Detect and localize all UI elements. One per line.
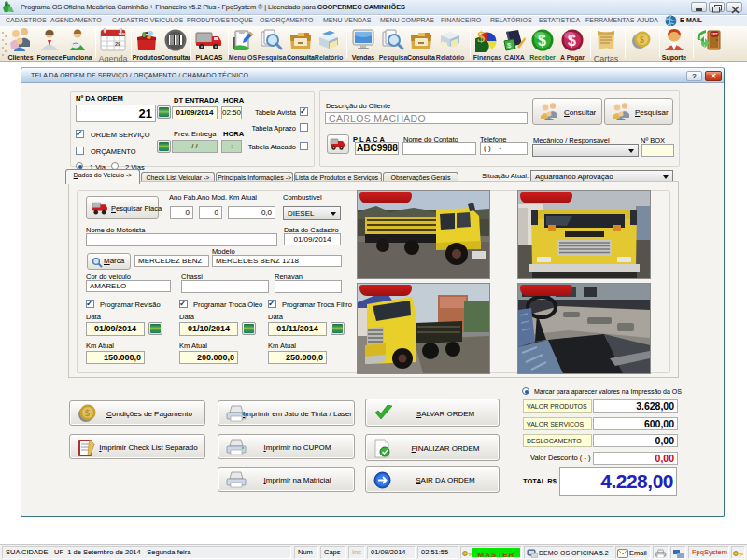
svg-text:$: $: [568, 33, 576, 49]
svg-text:EXIT: EXIT: [712, 33, 718, 36]
svg-text:$: $: [507, 41, 512, 49]
svg-text:JAN: JAN: [118, 32, 125, 36]
svg-text:29: 29: [115, 41, 120, 47]
svg-text:$: $: [538, 33, 546, 49]
svg-text:$: $: [640, 35, 644, 45]
svg-text:$: $: [477, 28, 486, 46]
svg-text:$: $: [85, 408, 90, 418]
